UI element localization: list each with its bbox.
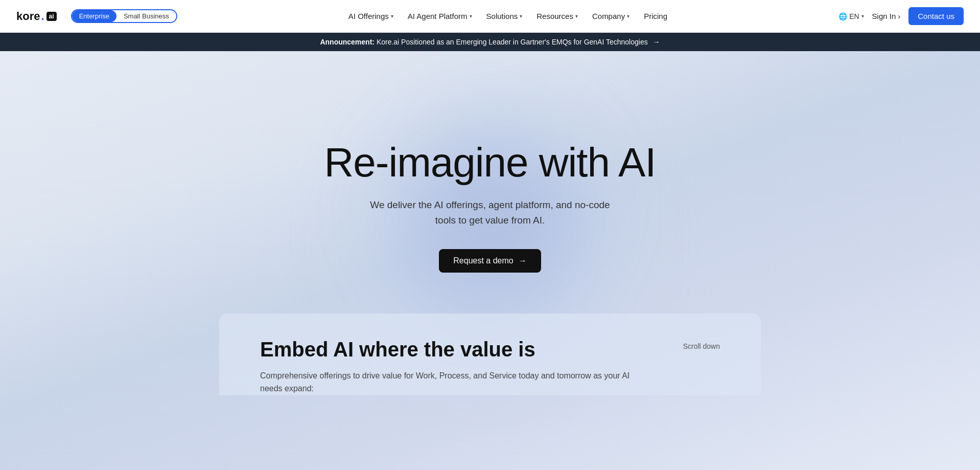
navbar: kore . ai Enterprise Small Business AI O… bbox=[0, 0, 980, 33]
navbar-right: 🌐 EN ▾ Sign In › Contact us bbox=[838, 7, 964, 25]
logo-text: kore bbox=[16, 10, 40, 23]
hero-section: Re-imagine with AI We deliver the AI off… bbox=[0, 0, 980, 470]
language-selector[interactable]: 🌐 EN ▾ bbox=[838, 12, 864, 20]
navbar-left: kore . ai Enterprise Small Business bbox=[16, 9, 177, 23]
chevron-down-icon: ▾ bbox=[391, 13, 393, 19]
nav-ai-offerings[interactable]: AI Offerings ▾ bbox=[348, 12, 393, 20]
announcement-bar: Announcement: Kore.ai Positioned as an E… bbox=[0, 33, 980, 51]
sign-in-button[interactable]: Sign In › bbox=[872, 12, 901, 20]
logo[interactable]: kore . ai bbox=[16, 10, 57, 23]
nav-pricing[interactable]: Pricing bbox=[644, 12, 667, 20]
bottom-card-subtitle: Comprehensive offerings to drive value f… bbox=[260, 369, 648, 395]
chevron-down-icon: ▾ bbox=[627, 13, 629, 19]
scroll-down-label[interactable]: Scroll down bbox=[683, 342, 720, 350]
announcement-prefix: Announcement: bbox=[320, 38, 375, 46]
chevron-down-icon: ▾ bbox=[520, 13, 522, 19]
logo-bracket: . bbox=[41, 10, 44, 23]
chevron-down-icon: ▾ bbox=[575, 13, 578, 19]
nav-center: AI Offerings ▾ AI Agent Platform ▾ Solut… bbox=[348, 12, 667, 20]
nav-solutions[interactable]: Solutions ▾ bbox=[486, 12, 523, 20]
hero-content: Re-imagine with AI We deliver the AI off… bbox=[312, 140, 668, 273]
arrow-right-icon: → bbox=[519, 256, 527, 265]
arrow-right-icon: › bbox=[898, 12, 900, 20]
small-business-tab[interactable]: Small Business bbox=[116, 10, 176, 22]
nav-ai-agent-platform[interactable]: AI Agent Platform ▾ bbox=[408, 12, 472, 20]
announcement-link[interactable]: Announcement: Kore.ai Positioned as an E… bbox=[320, 38, 660, 46]
hero-title: Re-imagine with AI bbox=[324, 140, 656, 185]
nav-company[interactable]: Company ▾ bbox=[592, 12, 629, 20]
announcement-text: Kore.ai Positioned as an Emerging Leader… bbox=[377, 38, 648, 46]
contact-us-button[interactable]: Contact us bbox=[908, 7, 964, 25]
hero-subtitle: We deliver the AI offerings, agent platf… bbox=[324, 197, 656, 229]
nav-resources[interactable]: Resources ▾ bbox=[536, 12, 578, 20]
enterprise-tab[interactable]: Enterprise bbox=[72, 10, 116, 22]
bottom-card-title: Embed AI where the value is bbox=[260, 338, 720, 361]
announcement-arrow: → bbox=[653, 38, 660, 46]
bottom-card: Scroll down Embed AI where the value is … bbox=[219, 314, 761, 395]
plan-toggle: Enterprise Small Business bbox=[71, 9, 177, 23]
logo-ai: ai bbox=[46, 12, 57, 21]
chevron-down-icon: ▾ bbox=[470, 13, 472, 19]
request-demo-button[interactable]: Request a demo → bbox=[439, 249, 541, 273]
globe-icon: 🌐 bbox=[838, 12, 847, 20]
chevron-down-icon: ▾ bbox=[861, 13, 864, 19]
